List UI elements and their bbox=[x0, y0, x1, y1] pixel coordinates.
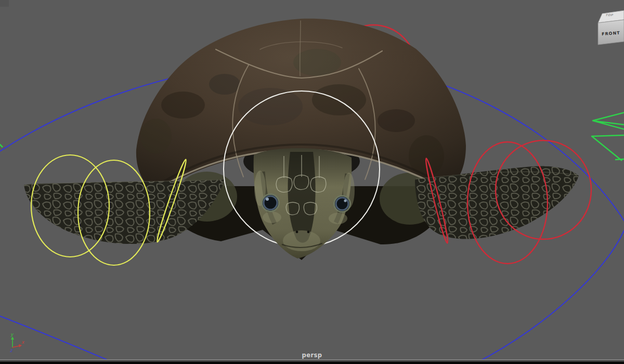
turtle-left-eye[interactable] bbox=[261, 193, 280, 212]
axis-x-label: x bbox=[21, 340, 25, 345]
view-cube[interactable]: TOP FRONT bbox=[597, 9, 624, 47]
nostril-left bbox=[296, 231, 298, 233]
viewport[interactable]: y x z TOP FRONT persp bbox=[0, 0, 624, 364]
axis-gizmo: y x z bbox=[10, 332, 25, 353]
view-cube-top-label: TOP bbox=[605, 13, 614, 17]
viewport-bottom-edge bbox=[0, 359, 624, 364]
axis-y-label: y bbox=[10, 332, 14, 337]
turtle-right-eye[interactable] bbox=[333, 195, 351, 213]
control-arrow-right[interactable] bbox=[592, 112, 624, 161]
turtle-head[interactable] bbox=[254, 148, 355, 258]
turtle-left-flipper[interactable] bbox=[24, 179, 224, 244]
viewport-canvas[interactable]: y x z bbox=[0, 0, 624, 364]
viewport-corner-patch bbox=[0, 0, 9, 7]
camera-name-label: persp bbox=[0, 352, 624, 359]
nostril-right bbox=[307, 231, 310, 233]
control-curve-left-edge-fragment[interactable] bbox=[0, 144, 3, 147]
